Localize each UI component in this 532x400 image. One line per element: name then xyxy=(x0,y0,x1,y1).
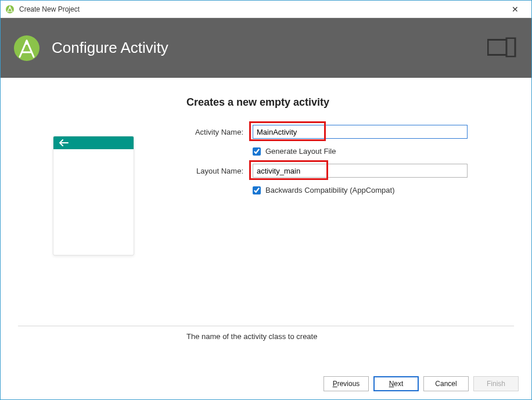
android-studio-logo-icon xyxy=(13,35,40,62)
hint-text: The name of the activity class to create xyxy=(18,332,514,341)
hint-separator xyxy=(18,326,514,326)
layout-name-label: Layout Name: xyxy=(186,167,253,175)
form-column: Creates a new empty activity Activity Na… xyxy=(181,96,514,359)
backwards-compat-checkbox[interactable] xyxy=(253,186,261,194)
svg-rect-5 xyxy=(506,38,515,56)
svg-point-3 xyxy=(25,41,28,45)
next-button[interactable]: Next xyxy=(373,376,419,391)
svg-point-2 xyxy=(14,35,39,61)
layout-name-row: Layout Name: xyxy=(186,163,514,179)
phone-preview-appbar xyxy=(53,136,134,149)
button-bar: Previous Next Cancel Finish xyxy=(323,376,519,391)
back-arrow-icon xyxy=(59,139,69,146)
previous-button[interactable]: Previous xyxy=(323,376,369,391)
finish-button: Finish xyxy=(473,376,519,391)
header-title: Configure Activity xyxy=(52,39,168,57)
layout-name-input[interactable] xyxy=(253,164,468,178)
cancel-button[interactable]: Cancel xyxy=(423,376,469,391)
device-icon xyxy=(487,37,516,59)
close-icon[interactable]: ✕ xyxy=(504,5,527,14)
svg-point-1 xyxy=(9,8,10,9)
wizard-body: Creates a new empty activity Activity Na… xyxy=(1,78,531,359)
activity-name-label: Activity Name: xyxy=(186,128,253,136)
activity-name-row: Activity Name: xyxy=(186,124,514,140)
window-title: Create New Project xyxy=(19,5,504,13)
generate-layout-row: Generate Layout File xyxy=(186,147,514,156)
app-icon xyxy=(5,5,15,14)
backwards-compat-label[interactable]: Backwards Compatibility (AppCompat) xyxy=(265,186,395,194)
hint-area: The name of the activity class to create xyxy=(18,326,514,341)
wizard-header: Configure Activity xyxy=(1,18,531,78)
dialog-window: Create New Project ✕ Configure Activity xyxy=(0,0,532,400)
titlebar: Create New Project ✕ xyxy=(1,1,531,18)
backwards-compat-row: Backwards Compatibility (AppCompat) xyxy=(186,186,514,194)
activity-name-input[interactable] xyxy=(253,125,468,139)
preview-column xyxy=(18,96,181,359)
generate-layout-checkbox[interactable] xyxy=(253,147,261,156)
section-title: Creates a new empty activity xyxy=(186,96,514,109)
phone-preview xyxy=(53,136,134,255)
generate-layout-label[interactable]: Generate Layout File xyxy=(265,147,336,156)
